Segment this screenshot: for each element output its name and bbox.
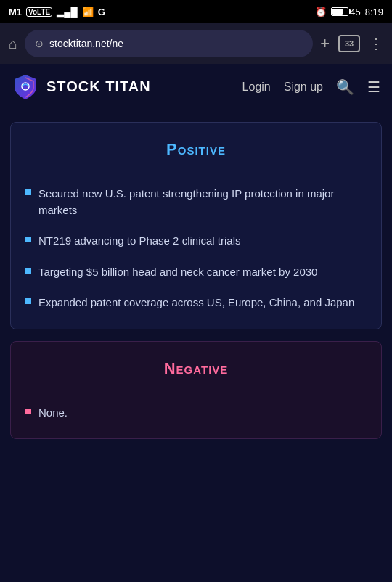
negative-title: Negative <box>25 359 367 378</box>
bullet-icon <box>25 298 31 304</box>
nav-links: Login Sign up 🔍 ☰ <box>242 78 380 96</box>
list-item: Expanded patent coverage across US, Euro… <box>25 295 367 311</box>
nav-bar: STOCK TITAN Login Sign up 🔍 ☰ <box>0 64 392 110</box>
bullet-text: Targeting $5 billion head and neck cance… <box>38 264 317 281</box>
list-item: Targeting $5 billion head and neck cance… <box>25 264 367 281</box>
status-bar: M1 VoLTE ▂▄█ 📶 G ⏰ 45 8:19 <box>0 0 392 23</box>
list-item: None. <box>25 405 367 422</box>
login-button[interactable]: Login <box>242 81 271 94</box>
battery-icon <box>331 7 348 16</box>
battery-pct: 45 <box>350 7 360 17</box>
g-icon: G <box>98 7 105 17</box>
bullet-text: None. <box>38 405 68 422</box>
tabs-button[interactable]: 33 <box>338 35 360 52</box>
bullet-text: Expanded patent coverage across US, Euro… <box>38 295 354 311</box>
logo-text: STOCK TITAN <box>46 78 151 95</box>
home-icon[interactable]: ⌂ <box>9 36 17 52</box>
new-tab-button[interactable]: + <box>320 34 330 53</box>
browser-chrome: ⌂ ⊙ stocktitan.net/ne + 33 ⋮ <box>0 23 392 64</box>
signal-icon: ▂▄█ <box>57 7 77 17</box>
url-text: stocktitan.net/ne <box>49 38 303 49</box>
status-right: ⏰ 45 8:19 <box>315 7 383 17</box>
time-display: 8:19 <box>365 7 383 17</box>
browser-actions: + 33 ⋮ <box>320 34 383 53</box>
url-bar[interactable]: ⊙ stocktitan.net/ne <box>25 30 313 57</box>
browser-menu-button[interactable]: ⋮ <box>369 35 383 52</box>
bullet-text: Secured new U.S. patent strengthening IP… <box>38 186 367 218</box>
bullet-icon <box>25 237 31 242</box>
main-content: Positive Secured new U.S. patent strengt… <box>0 122 392 439</box>
list-item: NT219 advancing to Phase 2 clinical tria… <box>25 233 367 250</box>
negative-section: Negative None. <box>10 341 382 440</box>
security-icon: ⊙ <box>35 38 44 49</box>
menu-button[interactable]: ☰ <box>367 78 380 96</box>
status-left: M1 VoLTE ▂▄█ 📶 G <box>9 7 105 17</box>
list-item: Secured new U.S. patent strengthening IP… <box>25 186 367 218</box>
negative-bullet-list: None. <box>25 405 367 422</box>
carrier-label: M1 <box>9 7 22 17</box>
volte-badge: VoLTE <box>26 7 52 17</box>
bullet-icon <box>25 189 31 195</box>
battery: 45 <box>331 7 360 17</box>
signup-button[interactable]: Sign up <box>284 81 323 94</box>
positive-divider <box>25 171 367 171</box>
bullet-icon <box>25 268 31 274</box>
wifi-icon: 📶 <box>82 7 94 17</box>
alarm-icon: ⏰ <box>315 7 327 17</box>
bullet-text: NT219 advancing to Phase 2 clinical tria… <box>38 233 240 250</box>
bullet-icon <box>25 409 31 414</box>
positive-section: Positive Secured new U.S. patent strengt… <box>10 122 382 329</box>
logo-icon <box>12 73 39 101</box>
positive-title: Positive <box>25 140 367 159</box>
negative-divider <box>25 390 367 390</box>
positive-bullet-list: Secured new U.S. patent strengthening IP… <box>25 186 367 311</box>
search-button[interactable]: 🔍 <box>336 78 354 96</box>
battery-fill <box>332 9 343 15</box>
logo: STOCK TITAN <box>12 73 242 101</box>
